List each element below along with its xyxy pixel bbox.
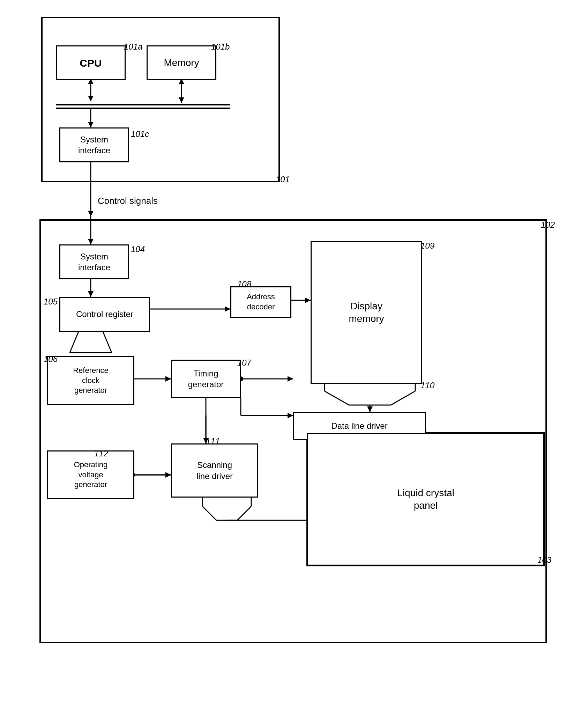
- svg-line-50: [202, 506, 216, 520]
- svg-marker-20: [225, 306, 230, 312]
- ref-101: 101: [276, 175, 290, 184]
- svg-marker-14: [88, 211, 94, 216]
- svg-marker-35: [305, 297, 311, 303]
- ref-112: 112: [94, 449, 108, 458]
- ref-105: 105: [44, 297, 58, 307]
- ref-108: 108: [237, 279, 251, 289]
- ref-107: 107: [237, 358, 251, 368]
- ref-102: 102: [541, 220, 555, 230]
- ref-104: 104: [131, 244, 145, 254]
- memory-box: Memory: [147, 45, 216, 80]
- ref-106: 106: [44, 354, 58, 364]
- svg-marker-33: [288, 413, 293, 418]
- svg-marker-9: [179, 97, 184, 103]
- operating-voltage-generator-box: Operating voltage generator: [47, 450, 134, 499]
- svg-line-21: [70, 332, 79, 353]
- svg-line-38: [325, 391, 349, 405]
- reference-clock-generator-box: Reference clock generator: [47, 356, 134, 405]
- ref-111: 111: [206, 436, 220, 446]
- system-interface-104-box: System interface: [59, 244, 129, 279]
- liquid-crystal-panel-box: Liquid crystal panel: [307, 433, 544, 566]
- timing-generator-box: Timing generator: [171, 360, 241, 398]
- cpu-box: CPU: [56, 45, 126, 80]
- ref-101b: 101b: [211, 42, 230, 52]
- svg-marker-28: [288, 376, 293, 382]
- display-memory-box: Display memory: [311, 241, 422, 384]
- scanning-line-driver-box: Scanning line driver: [171, 443, 258, 498]
- svg-line-51: [237, 506, 251, 520]
- address-decoder-box: Address decoder: [230, 286, 291, 318]
- svg-line-39: [391, 391, 415, 405]
- diagram-container: CPU Memory System interface 101a 101b 10…: [21, 10, 565, 709]
- svg-marker-16: [88, 239, 94, 244]
- svg-marker-25: [165, 376, 171, 382]
- svg-marker-18: [88, 291, 94, 297]
- control-signals-label: Control signals: [98, 196, 158, 206]
- ref-103: 103: [537, 555, 551, 565]
- svg-marker-4: [88, 96, 94, 101]
- svg-line-22: [103, 332, 112, 353]
- ref-101c: 101c: [131, 129, 149, 139]
- ref-109: 109: [420, 241, 434, 251]
- svg-marker-42: [367, 406, 373, 412]
- svg-marker-12: [88, 122, 94, 127]
- ref-101a: 101a: [124, 42, 142, 52]
- control-register-box: Control register: [59, 297, 150, 332]
- ref-110: 110: [420, 381, 434, 390]
- system-interface-101c-box: System interface: [59, 127, 129, 162]
